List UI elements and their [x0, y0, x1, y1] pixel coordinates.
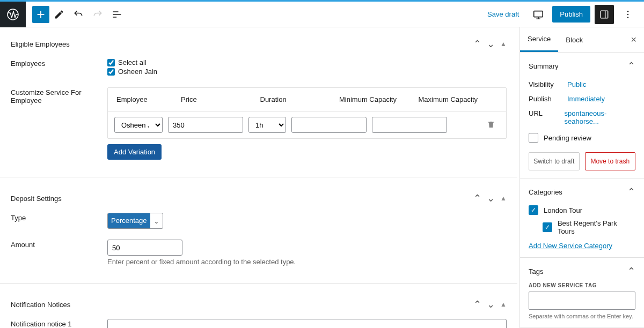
- url-value[interactable]: spontaneous-seahorse...: [565, 109, 635, 125]
- move-up-icon[interactable]: ⌃: [473, 299, 481, 310]
- amount-input[interactable]: [107, 240, 182, 256]
- more-options-icon[interactable]: [618, 5, 638, 24]
- move-down-icon[interactable]: ⌄: [487, 38, 495, 50]
- categories-panel-head[interactable]: Categories ⌃: [529, 186, 635, 198]
- add-variation-button[interactable]: Add Variation: [107, 144, 162, 160]
- category-checkbox[interactable]: ✓: [543, 222, 552, 232]
- editor-toolbar: Save draft Publish: [0, 2, 644, 27]
- customize-label: Customize Service For Employee: [11, 87, 107, 160]
- amount-hint: Enter percent or fixed amount according …: [107, 258, 507, 266]
- move-down-icon[interactable]: ⌄: [487, 192, 495, 204]
- section-title: Notification Notices: [11, 301, 70, 309]
- tab-service[interactable]: Service: [520, 27, 558, 52]
- category-label: London Tour: [544, 206, 582, 214]
- min-capacity-input[interactable]: [291, 117, 367, 133]
- employees-label: Employees: [11, 58, 107, 77]
- table-row: Osheen Jain 1h: [108, 111, 506, 138]
- employee-name-label: Osheen Jain: [118, 68, 157, 76]
- col-max-capacity: Maximum Capacity: [419, 95, 498, 103]
- outline-icon[interactable]: [107, 5, 127, 24]
- editor-canvas: Eligible Employees ⌃ ⌄ ▲ Employees Selec…: [0, 27, 519, 328]
- collapse-icon[interactable]: ▲: [500, 301, 507, 308]
- employee-checkbox[interactable]: [107, 68, 115, 76]
- add-category-link[interactable]: Add New Service Category: [529, 242, 612, 250]
- publish-button[interactable]: Publish: [552, 6, 590, 23]
- select-all-checkbox[interactable]: [107, 59, 115, 66]
- tag-input[interactable]: [529, 292, 635, 310]
- delete-row-icon[interactable]: [487, 120, 495, 130]
- col-min-capacity: Minimum Capacity: [339, 95, 419, 103]
- category-label: Best Regent's Park Tours: [558, 219, 635, 235]
- deposit-settings-section: Deposit Settings ⌃ ⌄ ▲: [11, 189, 507, 207]
- section-title: Deposit Settings: [11, 195, 62, 203]
- tag-input-label: ADD NEW SERVICE TAG: [529, 282, 635, 288]
- type-label: Type: [11, 213, 107, 229]
- add-block-button[interactable]: [32, 6, 49, 23]
- move-to-trash-button[interactable]: Move to trash: [585, 152, 636, 170]
- preview-icon[interactable]: [529, 5, 548, 24]
- publish-label: Publish: [529, 95, 567, 103]
- type-select[interactable]: Percentage ⌄: [107, 213, 163, 229]
- svg-point-5: [627, 13, 629, 15]
- col-price: Price: [181, 95, 260, 103]
- chevron-up-icon: ⌃: [627, 186, 635, 198]
- category-checkbox[interactable]: ✓: [529, 205, 538, 215]
- notification-1-label: Notification notice 1: [11, 319, 107, 328]
- chevron-up-icon: ⌃: [627, 60, 635, 72]
- wordpress-logo[interactable]: [0, 2, 26, 27]
- amount-label: Amount: [11, 240, 107, 266]
- collapse-icon[interactable]: ▲: [500, 40, 507, 48]
- svg-point-6: [627, 17, 629, 18]
- visibility-value[interactable]: Public: [567, 80, 586, 88]
- chevron-up-icon: ⌃: [627, 265, 635, 277]
- save-draft-button[interactable]: Save draft: [482, 7, 524, 21]
- tag-hint: Separate with commas or the Enter key.: [529, 313, 635, 319]
- tab-block[interactable]: Block: [558, 28, 590, 51]
- svg-rect-1: [534, 11, 543, 17]
- settings-toggle-button[interactable]: [595, 5, 614, 24]
- notification-notices-section: Notification Notices ⌃ ⌄ ▲: [11, 295, 507, 314]
- select-all-label: Select all: [118, 58, 147, 66]
- pending-review-label: Pending review: [544, 134, 591, 142]
- redo-icon[interactable]: [88, 5, 107, 24]
- edit-tool-icon[interactable]: [49, 5, 69, 24]
- price-input[interactable]: [168, 117, 243, 133]
- publish-value[interactable]: Immediately: [567, 95, 605, 103]
- svg-point-4: [627, 10, 629, 12]
- collapse-icon[interactable]: ▲: [500, 195, 507, 202]
- col-duration: Duration: [260, 95, 340, 103]
- eligible-employees-section: Eligible Employees ⌃ ⌄ ▲: [11, 35, 507, 53]
- move-up-icon[interactable]: ⌃: [473, 192, 481, 204]
- col-employee: Employee: [116, 95, 181, 103]
- pending-review-checkbox[interactable]: [529, 133, 538, 143]
- section-title: Eligible Employees: [11, 40, 70, 48]
- duration-select[interactable]: 1h: [248, 117, 286, 133]
- url-label: URL: [529, 109, 565, 125]
- visibility-label: Visibility: [529, 80, 567, 88]
- notification-1-input[interactable]: [107, 319, 507, 328]
- settings-sidebar: Service Block × Summary ⌃ Visibility Pub…: [519, 27, 644, 328]
- summary-panel-head[interactable]: Summary ⌃: [529, 60, 635, 72]
- undo-icon[interactable]: [69, 5, 88, 24]
- switch-to-draft-button[interactable]: Switch to draft: [529, 152, 580, 170]
- tags-panel-head[interactable]: Tags ⌃: [529, 265, 635, 277]
- svg-rect-2: [601, 11, 608, 18]
- move-up-icon[interactable]: ⌃: [473, 38, 481, 50]
- max-capacity-input[interactable]: [372, 117, 447, 133]
- employee-service-table: Employee Price Duration Minimum Capacity…: [107, 87, 507, 139]
- employee-select[interactable]: Osheen Jain: [114, 117, 163, 133]
- close-sidebar-icon[interactable]: ×: [623, 34, 644, 46]
- move-down-icon[interactable]: ⌄: [487, 299, 495, 310]
